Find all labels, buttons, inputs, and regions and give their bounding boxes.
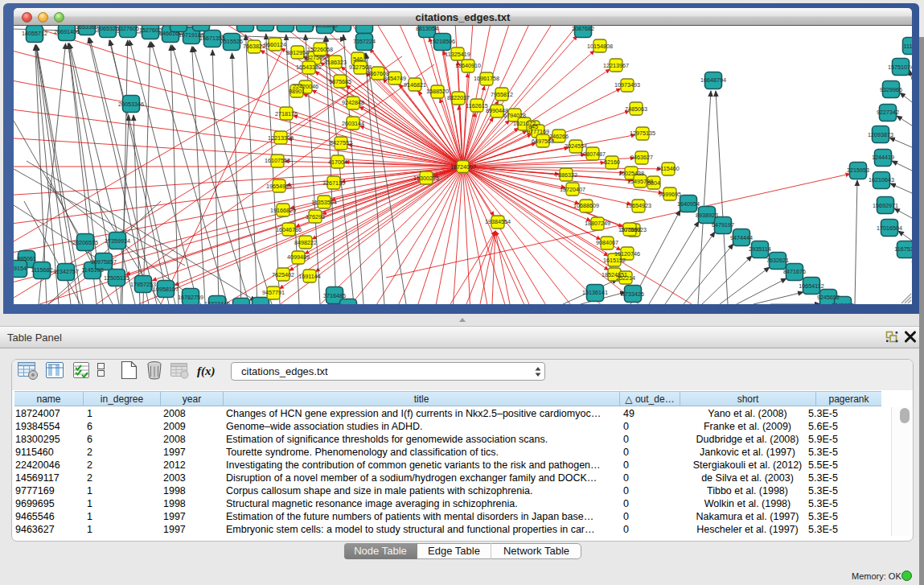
svg-text:16782759: 16782759 <box>178 294 203 301</box>
svg-text:15692971: 15692971 <box>873 202 898 209</box>
svg-text:8454749: 8454749 <box>384 75 406 82</box>
svg-text:9146821: 9146821 <box>404 81 426 89</box>
svg-text:9245652: 9245652 <box>832 302 854 304</box>
svg-text:7625402: 7625402 <box>272 271 294 278</box>
svg-text:11353594: 11353594 <box>311 199 336 206</box>
svg-text:3716485: 3716485 <box>323 292 346 299</box>
svg-text:19218506: 19218506 <box>429 38 455 45</box>
svg-text:1115682: 1115682 <box>31 266 53 274</box>
svg-text:8938923: 8938923 <box>696 212 718 219</box>
svg-text:17359934: 17359934 <box>105 237 130 245</box>
svg-text:7515526: 7515526 <box>220 38 243 45</box>
svg-text:9329966: 9329966 <box>880 86 902 93</box>
svg-text:8322037: 8322037 <box>447 94 470 101</box>
svg-text:20053346: 20053346 <box>118 101 144 108</box>
svg-text:20206535: 20206535 <box>72 239 98 246</box>
svg-text:9777169: 9777169 <box>527 128 549 135</box>
svg-text:2087682: 2087682 <box>572 26 594 32</box>
svg-text:9242848: 9242848 <box>342 99 364 106</box>
svg-text:2603144: 2603144 <box>342 120 364 127</box>
svg-text:9084067: 9084067 <box>596 239 618 246</box>
svg-text:1167533: 1167533 <box>894 245 912 253</box>
svg-text:11325419: 11325419 <box>445 51 470 58</box>
svg-text:19654923: 19654923 <box>626 202 651 209</box>
svg-text:19384554: 19384554 <box>485 218 511 225</box>
svg-text:12505135: 12505135 <box>104 274 129 282</box>
svg-text:7886322: 7886322 <box>555 171 577 179</box>
svg-text:1615152: 1615152 <box>603 257 626 264</box>
svg-text:4099489: 4099489 <box>287 253 310 261</box>
svg-text:8471676: 8471676 <box>783 268 806 275</box>
svg-text:12213309: 12213309 <box>268 134 294 142</box>
svg-text:15136141: 15136141 <box>582 289 608 296</box>
svg-text:15751074: 15751074 <box>888 64 912 71</box>
svg-text:417004: 417004 <box>328 159 347 166</box>
svg-text:8813054: 8813054 <box>416 26 438 32</box>
svg-text:546: 546 <box>353 56 363 63</box>
svg-text:746266: 746266 <box>549 133 569 140</box>
svg-text:10975857: 10975857 <box>91 258 117 266</box>
svg-text:10154808: 10154808 <box>587 43 613 50</box>
svg-text:12975135: 12975135 <box>630 130 655 137</box>
svg-text:10973493: 10973493 <box>614 81 640 89</box>
svg-text:1145193: 1145193 <box>81 266 103 274</box>
svg-text:7357224: 7357224 <box>353 38 376 45</box>
svg-text:62160: 62160 <box>604 159 620 166</box>
svg-text:1975692: 1975692 <box>618 226 641 233</box>
svg-text:1327605: 1327605 <box>117 26 139 32</box>
svg-text:19654985: 19654985 <box>266 183 292 190</box>
svg-text:98901: 98901 <box>289 88 305 95</box>
svg-text:9463627: 9463627 <box>630 154 653 161</box>
svg-text:7663822: 7663822 <box>243 43 265 50</box>
svg-text:12093873: 12093873 <box>868 131 893 138</box>
svg-text:6479197: 6479197 <box>712 221 734 229</box>
svg-text:18807249: 18807249 <box>585 220 610 227</box>
svg-text:8427552: 8427552 <box>330 139 352 146</box>
svg-text:2718176: 2718176 <box>275 110 298 117</box>
svg-text:f(x): f(x) <box>197 365 216 378</box>
svg-text:8186323: 8186323 <box>324 59 347 66</box>
svg-text:39154: 39154 <box>14 265 27 272</box>
svg-text:16033809: 16033809 <box>312 26 338 29</box>
svg-text:5804: 5804 <box>647 179 660 187</box>
svg-text:11124: 11124 <box>904 43 912 50</box>
svg-text:14055712: 14055712 <box>22 30 47 37</box>
svg-text:2935114: 2935114 <box>749 245 770 253</box>
svg-text:9457791: 9457791 <box>262 289 285 296</box>
svg-text:9327505: 9327505 <box>303 54 326 61</box>
svg-text:9227342: 9227342 <box>877 109 899 116</box>
svg-text:1640954: 1640954 <box>677 200 700 208</box>
svg-text:7955812: 7955812 <box>491 91 513 98</box>
svg-text:10807487: 10807487 <box>580 150 606 158</box>
svg-text:995061: 995061 <box>17 255 36 262</box>
svg-text:1588520: 1588520 <box>426 88 449 95</box>
svg-text:3024554: 3024554 <box>565 142 587 150</box>
svg-text:19166825: 19166825 <box>270 207 296 214</box>
svg-text:10654112: 10654112 <box>799 282 823 290</box>
svg-text:5875685: 5875685 <box>329 78 351 85</box>
svg-text:8498222: 8498222 <box>294 239 317 246</box>
svg-text:1653369: 1653369 <box>76 26 98 31</box>
svg-text:1162615: 1162615 <box>466 102 487 109</box>
svg-text:3215953: 3215953 <box>847 167 869 174</box>
svg-text:1733426: 1733426 <box>622 290 644 298</box>
svg-text:15226058: 15226058 <box>307 46 333 53</box>
svg-text:9115460: 9115460 <box>657 165 679 172</box>
svg-text:12213967: 12213967 <box>603 62 629 69</box>
svg-text:16648794: 16648794 <box>700 76 726 84</box>
svg-text:10025438: 10025438 <box>618 170 644 177</box>
svg-text:16210643: 16210643 <box>869 176 894 183</box>
svg-text:7485063: 7485063 <box>625 105 647 113</box>
svg-text:15720407: 15720407 <box>560 186 585 193</box>
svg-text:6794028: 6794028 <box>503 112 526 119</box>
svg-text:1527602: 1527602 <box>139 27 162 34</box>
svg-text:17016504: 17016504 <box>877 225 902 232</box>
svg-text:16961758: 16961758 <box>474 75 499 82</box>
svg-text:12342757: 12342757 <box>53 268 79 275</box>
svg-text:1244419: 1244419 <box>872 154 894 161</box>
svg-text:18724007: 18724007 <box>450 163 476 171</box>
svg-text:7632621: 7632621 <box>766 257 789 264</box>
svg-text:18640910: 18640910 <box>455 62 481 69</box>
svg-text:176293: 176293 <box>306 213 325 220</box>
svg-text:10688609: 10688609 <box>573 202 599 209</box>
